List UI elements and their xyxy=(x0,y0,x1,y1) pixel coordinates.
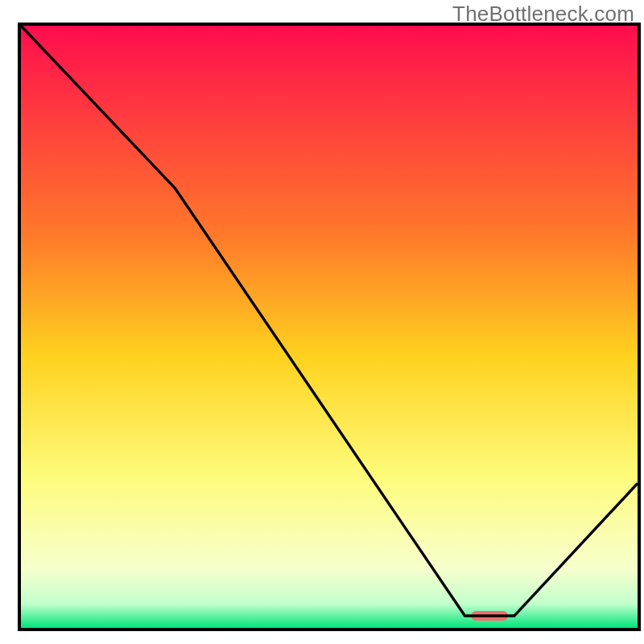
gradient-background xyxy=(21,26,638,628)
chart-frame: TheBottleneck.com xyxy=(0,0,644,644)
plot-area xyxy=(18,23,641,631)
watermark-text: TheBottleneck.com xyxy=(452,2,634,27)
chart-svg xyxy=(21,26,638,628)
